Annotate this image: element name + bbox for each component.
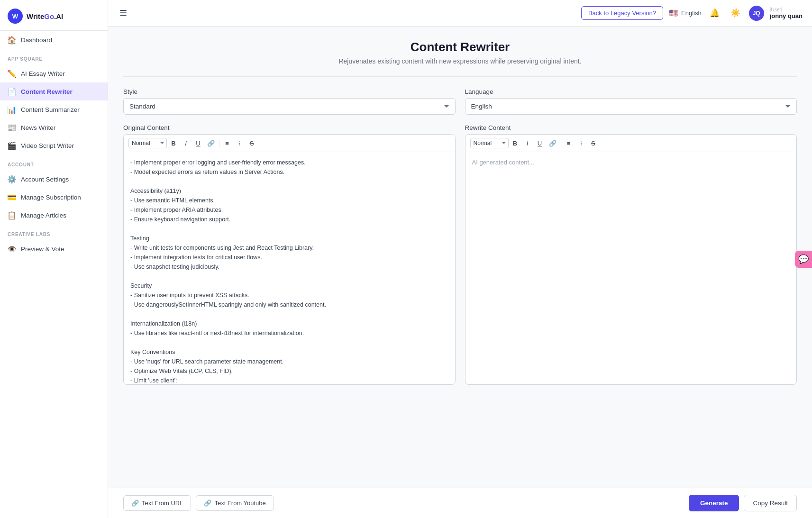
eye-icon: 👁️ [8,245,16,253]
user-role: [User] [770,7,783,12]
editors-row: Original Content Normal Heading 1 Headin… [123,124,797,385]
bottom-right-buttons: Generate Copy Result [689,495,797,511]
rewrite-link-button[interactable]: 🔗 [547,137,559,149]
sidebar-item-content-rewriter[interactable]: 📄 Content Rewriter [0,82,108,100]
rewrite-underline-button[interactable]: U [534,137,546,149]
pencil-icon: ✏️ [8,69,16,78]
rewrite-unordered-list-button[interactable]: ⁝ [575,137,587,149]
user-info: [User] jonny quan [770,7,803,19]
page-subtitle: Rejuvenates existing content with new ex… [123,57,797,65]
account-label: ACCOUNT [0,154,108,170]
header-divider [123,76,797,77]
text-from-url-button[interactable]: 🔗 Text From URL [123,495,191,511]
rewrite-strikethrough-button[interactable]: S [588,137,599,149]
italic-button[interactable]: I [180,137,192,149]
page-content: Content Rewriter Rejuvenates existing co… [108,27,812,488]
rewrite-content-textarea[interactable]: AI generated content... [465,152,797,356]
ordered-list-button[interactable]: ≡ [221,137,233,149]
unordered-list-button[interactable]: ⁝ [234,137,245,149]
language-label: Language [465,88,797,95]
logo-icon: W [8,9,23,24]
sidebar-item-label: Dashboard [21,36,52,44]
original-content-toolbar: Normal Heading 1 Heading 2 B I U 🔗 ≡ ⁝ S [124,135,455,152]
original-content-textarea[interactable]: - Implement proper error logging and use… [124,152,455,384]
creative-labs-label: CREATIVE LABS [0,224,108,240]
topbar-right: Back to Legacy Version? 🇺🇸 English 🔔 ☀️ … [581,6,803,21]
rewrite-bold-button[interactable]: B [510,137,521,149]
underline-button[interactable]: U [192,137,204,149]
original-content-box: Normal Heading 1 Heading 2 B I U 🔗 ≡ ⁝ S [123,134,456,385]
sidebar-item-dashboard[interactable]: 🏠 Dashboard [0,31,108,49]
text-from-youtube-button[interactable]: 🔗 Text From Youtube [196,495,274,511]
sidebar-item-label: Video Script Writer [21,142,74,149]
copy-result-button[interactable]: Copy Result [744,495,797,511]
rewrite-ordered-list-button[interactable]: ≡ [563,137,575,149]
flag-icon: 🇺🇸 [669,9,678,18]
text-from-youtube-label: Text From Youtube [214,500,265,507]
language-selector[interactable]: 🇺🇸 English [669,9,702,18]
form-row: Style Standard Formal Casual Creative Ac… [123,88,797,115]
legacy-version-button[interactable]: Back to Legacy Version? [581,6,663,20]
topbar: ☰ Back to Legacy Version? 🇺🇸 English 🔔 ☀… [108,0,812,27]
sidebar-item-label: Preview & Vote [21,245,64,253]
original-style-select[interactable]: Normal Heading 1 Heading 2 [128,138,167,148]
rewrite-content-label: Rewrite Content [465,124,797,131]
gear-icon: ⚙️ [8,175,16,183]
topbar-left: ☰ [118,6,129,20]
sidebar-item-account-settings[interactable]: ⚙️ Account Settings [0,170,108,188]
rewrite-placeholder: AI generated content... [472,159,535,166]
sidebar-item-label: Content Rewriter [21,88,73,95]
bold-button[interactable]: B [168,137,179,149]
user-name: jonny quan [770,12,803,19]
sidebar-item-manage-articles[interactable]: 📋 Manage Articles [0,206,108,224]
bottom-bar: 🔗 Text From URL 🔗 Text From Youtube Gene… [108,488,812,518]
notification-button[interactable]: 🔔 [707,6,722,21]
sidebar-item-news-writer[interactable]: 📰 News Writer [0,118,108,136]
youtube-icon: 🔗 [204,500,211,507]
avatar[interactable]: JQ [749,6,764,21]
language-label: English [681,9,702,17]
sidebar-item-label: Manage Subscription [21,194,81,201]
sidebar: W WriteGo.AI 🏠 Dashboard APP SQUARE ✏️ A… [0,0,108,518]
page-title: Content Rewriter [123,40,797,55]
strikethrough-button[interactable]: S [246,137,257,149]
sidebar-item-label: News Writer [21,124,55,131]
sidebar-item-label: AI Essay Writer [21,70,65,77]
style-select[interactable]: Standard Formal Casual Creative Academic [123,98,456,115]
text-from-url-label: Text From URL [142,500,183,507]
rewrite-content-box: Normal Heading 1 Heading 2 B I U 🔗 ≡ ⁝ S [465,134,797,385]
app-square-label: APP SQUARE [0,49,108,64]
theme-toggle-button[interactable]: ☀️ [728,6,743,21]
clipboard-icon: 📋 [8,211,16,219]
sidebar-item-label: Content Summarizer [21,106,80,113]
sidebar-item-label: Account Settings [21,176,69,183]
language-form-group: Language English Spanish French German C… [465,88,797,115]
sidebar-item-ai-essay-writer[interactable]: ✏️ AI Essay Writer [0,64,108,82]
sidebar-item-preview-vote[interactable]: 👁️ Preview & Vote [0,240,108,258]
credit-card-icon: 💳 [8,193,16,201]
chart-icon: 📊 [8,105,16,114]
floating-chat-button[interactable]: 💬 [795,251,812,268]
language-select[interactable]: English Spanish French German Chinese [465,98,797,115]
sidebar-item-manage-subscription[interactable]: 💳 Manage Subscription [0,188,108,206]
page-header: Content Rewriter Rejuvenates existing co… [123,40,797,65]
sidebar-item-video-script-writer[interactable]: 🎬 Video Script Writer [0,136,108,154]
sidebar-item-label: Manage Articles [21,212,66,219]
style-label: Style [123,88,456,95]
rewrite-italic-button[interactable]: I [522,137,533,149]
main-content: ☰ Back to Legacy Version? 🇺🇸 English 🔔 ☀… [108,0,812,518]
link-button[interactable]: 🔗 [205,137,217,149]
toolbar-divider [219,139,219,147]
rewrite-toolbar-divider [561,139,561,147]
link-icon: 🔗 [131,500,139,507]
video-icon: 🎬 [8,141,16,150]
bottom-left-buttons: 🔗 Text From URL 🔗 Text From Youtube [123,495,274,511]
style-form-group: Style Standard Formal Casual Creative Ac… [123,88,456,115]
generate-button[interactable]: Generate [689,495,739,511]
sidebar-item-content-summarizer[interactable]: 📊 Content Summarizer [0,100,108,118]
rewrite-style-select[interactable]: Normal Heading 1 Heading 2 [470,138,509,148]
logo: W WriteGo.AI [0,0,108,31]
logo-text: WriteGo.AI [27,12,63,20]
rewrite-content-toolbar: Normal Heading 1 Heading 2 B I U 🔗 ≡ ⁝ S [465,135,797,152]
menu-toggle-button[interactable]: ☰ [118,6,129,20]
